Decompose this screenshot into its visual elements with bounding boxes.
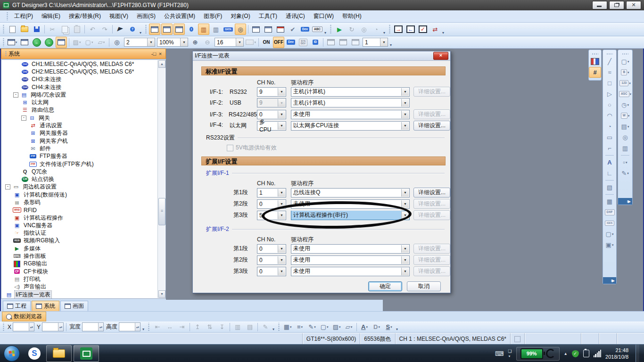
system-information-icon[interactable]: i (186, 24, 197, 35)
polygon-tool-icon[interactable]: ▷ (603, 89, 616, 99)
scroll-up-icon[interactable]: ▲ (158, 60, 165, 68)
title-bar[interactable]: GT Designer3 C:\Users\Administrator\...\… (0, 0, 644, 10)
if-4-ch-select[interactable]: 多CPU▼ (257, 121, 286, 131)
id-display-toggle[interactable]: ID (310, 37, 321, 48)
copy-icon[interactable] (59, 24, 70, 35)
ext2-stage2-detail-settings-button[interactable]: 详细设置... (413, 255, 450, 265)
menu-item[interactable]: 工具(T) (255, 11, 281, 21)
sogou-taskbar-icon[interactable]: S (28, 347, 41, 360)
read-from-gt-icon[interactable]: ← (405, 24, 416, 35)
ext2-stage1-ch-select[interactable]: 0▼ (257, 244, 286, 254)
capture-window-icon[interactable]: ▣▾ (603, 239, 616, 250)
tree-expander-icon[interactable]: - (21, 115, 26, 121)
ext1-stage1-driver-select[interactable]: 总线连接Q▼ (291, 188, 410, 197)
simulator-update-icon[interactable]: ↻ (346, 24, 357, 35)
window-stack-icon[interactable]: ❏▼ (508, 349, 512, 358)
if-2-driver-select[interactable]: 主机(计算机)▼ (291, 98, 410, 107)
sector-tool-icon[interactable]: ◔ (603, 121, 616, 132)
circle-tool-icon[interactable]: ○ (603, 99, 616, 110)
panel-tab-系统[interactable]: 系统 (32, 301, 59, 311)
tree-item-barcode[interactable]: ||||条形码 (1, 198, 165, 206)
zoom-in-icon[interactable]: ⊕ (190, 37, 201, 48)
tray-expand-icon[interactable]: ▲ (564, 352, 568, 356)
device-list-icon[interactable]: Dev (299, 24, 311, 35)
align-right-icon[interactable]: ⇥ (176, 321, 188, 333)
panel-tab-画面[interactable]: 画面 (60, 301, 88, 311)
align-top-icon[interactable]: ↥ (192, 321, 203, 333)
tree-item-rfid[interactable]: RFIDRFID (1, 206, 165, 214)
ext1-stage1-detail-settings-button[interactable]: 详细设置... (413, 188, 450, 197)
arc-tool-icon[interactable]: ◠ (603, 110, 616, 121)
scroll-down-icon[interactable]: ▼ (158, 290, 165, 298)
import-image-icon[interactable]: ▦ (603, 196, 616, 207)
distribute-horizontal-icon[interactable]: ▥ (232, 321, 243, 333)
alarm-object-icon[interactable]: ▤▾ (619, 121, 631, 132)
library-icon[interactable] (589, 56, 601, 67)
5v-power-checkbox[interactable] (227, 145, 233, 151)
show-desktop-button[interactable] (636, 345, 639, 362)
panel-grip[interactable] (5, 50, 7, 57)
parts-display-icon[interactable]: ◎ (619, 132, 631, 143)
tree-item-gateway-client[interactable]: ⊠网关客户机 (1, 137, 165, 145)
keyboard-icon[interactable]: ▾ (245, 37, 256, 48)
tree-item-ch4[interactable]: CH4CH4:未连接 (1, 83, 165, 91)
if-3-driver-select[interactable]: 未使用▼ (291, 110, 410, 119)
switch-object-icon[interactable]: ▢▾ (619, 56, 631, 67)
toolbar-grip[interactable] (148, 323, 150, 330)
line-color-dropdown[interactable]: ✎▾ (306, 321, 318, 333)
ext2-stage3-ch-select[interactable]: 0▼ (257, 267, 286, 276)
security-shield-icon[interactable]: ✓ (572, 350, 579, 357)
distribute-vertical-icon[interactable]: ▤ (244, 321, 256, 333)
ascii-display-icon[interactable]: ASC▾ (619, 89, 631, 99)
if-1-driver-select[interactable]: 主机(计算机)▼ (291, 87, 410, 97)
menu-item[interactable]: 图形(F) (199, 11, 226, 21)
tree-item-ftp-server[interactable]: FTPFTP服务器 (1, 153, 165, 160)
gt-designer-taskbar-button[interactable] (74, 345, 99, 362)
toolbar-grip[interactable] (2, 25, 5, 34)
tree-item-mail[interactable]: ✉邮件 (1, 145, 165, 152)
tree-item-pc-remote-operation[interactable]: ▣计算机远程操作 (1, 214, 165, 222)
tree-item-gateway[interactable]: -⊟网关 (1, 114, 165, 122)
screen-number-select[interactable]: 2▼ (124, 38, 155, 47)
ok-button[interactable]: 确定 (368, 281, 402, 291)
data-view-icon[interactable]: DATA (223, 24, 234, 35)
menu-item[interactable]: 通讯(C) (281, 11, 309, 21)
tree-item-multimedia[interactable]: ▶多媒体 (1, 245, 165, 252)
ext2-stage2-ch-select[interactable]: 0▼ (257, 255, 286, 265)
scale-tool-icon[interactable]: ▭ (603, 132, 616, 143)
toolbar-overflow-icon[interactable]: ▾ (323, 31, 328, 35)
y-position-input[interactable] (42, 322, 64, 331)
help-icon[interactable]: ? (127, 24, 138, 35)
layer-middle-icon[interactable] (338, 37, 349, 48)
redo-icon[interactable]: ↷ (99, 24, 110, 35)
tree-item-video-rgb-input[interactable]: RGB视频/RGB输入 (1, 237, 165, 245)
logo-text-tool-icon[interactable]: ∟ (603, 168, 616, 179)
tree-expander-icon[interactable]: - (5, 184, 10, 189)
align-setup-icon[interactable]: ✎ (260, 321, 271, 333)
tree-item-pc-data-transfer[interactable]: ▣计算机(数据传送) (1, 191, 165, 198)
tree-item-ch3[interactable]: CH3CH3:未连接 (1, 76, 165, 83)
toolbar-overflow-icon[interactable]: ▾ (441, 31, 446, 35)
taskbar-clock[interactable]: 21:48 2018/10/8 (605, 347, 628, 361)
battery-indicator[interactable]: 99% (516, 347, 560, 361)
layer-front-icon[interactable] (325, 37, 337, 48)
import-dxf-icon[interactable]: DXF (603, 207, 616, 218)
tree-item-vnc-server[interactable]: ▣VNC服务器 (1, 222, 165, 229)
select-cursor-icon[interactable]: ◤ (115, 24, 126, 35)
text-tool-icon[interactable]: A (603, 157, 616, 168)
undo-icon[interactable]: ↶ (87, 24, 98, 35)
tree-item-q-redundancy[interactable]: QQ冗余 (1, 168, 165, 175)
toolbar-overflow-icon[interactable]: ▾ (395, 327, 400, 331)
screen-property-icon[interactable] (56, 37, 67, 48)
ext2-stage1-driver-select[interactable]: 未使用▼ (291, 244, 410, 254)
comment-display-icon[interactable]: W▾ (619, 110, 631, 121)
simulator-option-icon[interactable]: ◔ (371, 24, 382, 35)
panel-tab-工程[interactable]: 工程 (3, 301, 31, 311)
menu-grip[interactable] (6, 12, 8, 21)
touch-keyboard-icon[interactable]: ⌨ (495, 350, 504, 357)
ext1-stage3-ch-select[interactable]: 5▼ (257, 211, 286, 220)
open-screen-icon[interactable] (19, 37, 30, 48)
tree-item-fingerprint-auth[interactable]: ☞指纹认证 (1, 230, 165, 237)
zoom-out-icon[interactable]: ⊖ (202, 37, 213, 48)
font-size-select[interactable]: 16▼ (215, 38, 244, 47)
